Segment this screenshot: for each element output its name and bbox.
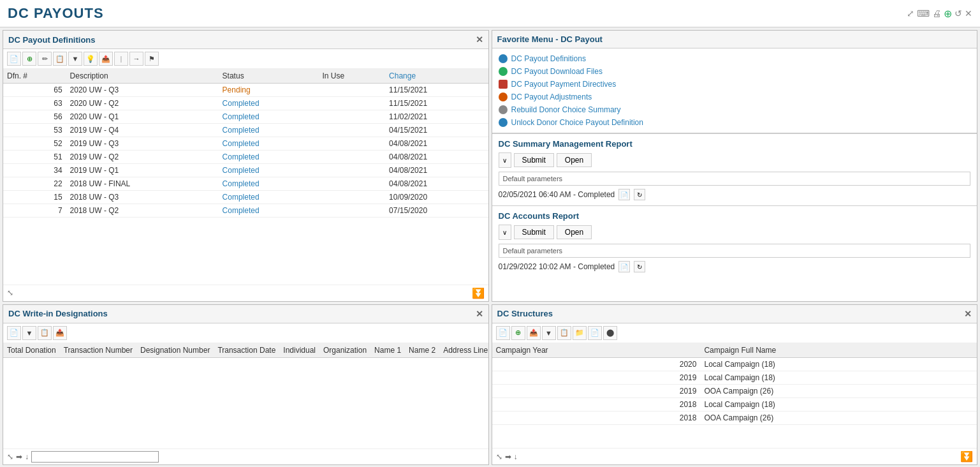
structures-arrow-icon[interactable]: ➡ [505,452,511,461]
summary-copy-icon[interactable]: 📄 [618,189,630,200]
summary-submit-btn[interactable]: Submit [514,153,554,167]
accounts-submit-btn[interactable]: Submit [514,225,554,239]
structures-filter-btn[interactable]: ▼ [542,326,556,340]
cell-dfn: 56 [3,110,66,124]
menu-item-5[interactable]: Unlock Donor Choice Payout Definition [499,116,971,129]
cell-status: Completed [219,151,319,164]
cell-year: 2019 [492,371,701,384]
table-row[interactable]: 53 2019 UW - Q4 Completed 04/15/2021 [3,124,488,137]
writeins-filter-btn[interactable]: ▼ [22,326,36,340]
structures-scroll-btn[interactable]: ⏬ [960,450,973,463]
accounts-dropdown-btn[interactable]: ∨ [499,225,511,240]
menu-label-3: DC Payout Adjustments [511,93,592,101]
menu-item-2[interactable]: DC Payout Payment Directives [499,78,971,91]
add-circle-icon[interactable]: ⊕ [944,8,952,20]
structures-down-icon[interactable]: ↓ [514,452,518,461]
export-btn[interactable]: 📤 [99,52,113,66]
menu-item-3[interactable]: DC Payout Adjustments [499,91,971,103]
summary-report-section: DC Summary Management Report ∨ Submit Op… [492,133,977,205]
structures-export-btn[interactable]: 📤 [527,326,541,340]
table-row[interactable]: 22 2018 UW - FINAL Completed 04/08/2021 [3,177,488,191]
accounts-open-btn[interactable]: Open [557,225,592,239]
table-row[interactable]: 56 2020 UW - Q1 Completed 11/02/2021 [3,110,488,124]
table-row[interactable]: 63 2020 UW - Q2 Completed 11/15/2021 [3,97,488,110]
cell-dfn: 52 [3,137,66,151]
writeins-copy-btn[interactable]: 📋 [38,326,52,340]
table-row[interactable]: 15 2018 UW - Q3 Completed 10/09/2020 [3,191,488,204]
cell-status: Completed [219,191,319,204]
writeins-new-btn[interactable]: 📄 [7,326,21,340]
structures-close[interactable]: ✕ [964,309,972,319]
structures-folder-btn[interactable]: 📁 [573,326,587,340]
structures-circle-btn[interactable]: ⬤ [603,326,617,340]
copy-btn[interactable]: 📋 [53,52,67,66]
scroll-down-btn[interactable]: ⏬ [472,287,485,299]
expand-footer-icon[interactable]: ⤡ [7,288,13,297]
structures-expand-icon[interactable]: ⤡ [496,452,502,461]
table-row[interactable]: 52 2019 UW - Q3 Completed 04/08/2021 [3,137,488,151]
writeins-filter-input[interactable] [31,451,159,463]
print-icon[interactable]: 🖨 [932,8,941,19]
new-btn[interactable]: 📄 [7,52,21,66]
cell-year: 2019 [492,384,701,397]
structures-toolbar: 📄 ⊕ 📤 ▼ 📋 📁 📄 ⬤ [492,323,977,343]
cell-inuse [318,204,385,218]
structures-new-btn[interactable]: 📄 [496,326,510,340]
summary-status: 02/05/2021 06:40 AM - Completed 📄 ↻ [499,189,971,200]
menu-icon-1 [499,67,508,76]
summary-refresh-icon[interactable]: ↻ [634,189,645,200]
payout-definitions-close[interactable]: ✕ [476,34,483,45]
edit-btn[interactable]: ✏ [38,52,52,66]
expand-icon[interactable]: ⤢ [907,8,914,19]
menu-item-0[interactable]: DC Payout Definitions [499,52,971,65]
arrow-right-btn[interactable]: → [129,52,143,66]
structures-add-btn[interactable]: ⊕ [511,326,525,340]
accounts-report-section: DC Accounts Report ∨ Submit Open Default… [492,205,977,278]
menu-label-0: DC Payout Definitions [511,54,586,63]
keyboard-icon[interactable]: ⌨ [917,8,930,19]
writeins-panel: DC Write-in Designations ✕ 📄 ▼ 📋 📤 ↻ Tot… [3,304,489,466]
flag-btn[interactable]: ⚑ [145,52,159,66]
writeins-close[interactable]: ✕ [476,309,483,319]
table-row[interactable]: 2019 Local Campaign (18) [492,371,977,384]
close-header-icon[interactable]: ✕ [965,8,972,19]
writeins-arrow-icon[interactable]: ➡ [16,452,22,461]
accounts-copy-icon[interactable]: 📄 [618,261,630,272]
col-change[interactable]: Change [385,69,488,84]
col-dfn: Dfn. # [3,69,66,84]
cell-dfn: 53 [3,124,66,137]
writeins-table-container: ↻ Total Donation Transaction Number Desi… [3,343,488,449]
sync-icon[interactable]: ↺ [954,8,962,19]
table-row[interactable]: 7 2018 UW - Q2 Completed 07/15/2020 [3,204,488,218]
cell-name: Local Campaign (18) [700,397,977,411]
summary-open-btn[interactable]: Open [557,153,592,167]
writeins-expand-icon[interactable]: ⤡ [7,452,13,461]
bulb-btn[interactable]: 💡 [84,52,98,66]
table-row[interactable]: 34 2019 UW - Q1 Completed 04/08/2021 [3,164,488,177]
cell-change: 10/09/2020 [385,191,488,204]
writeins-export-btn[interactable]: 📤 [53,326,67,340]
cell-description: 2019 UW - Q2 [66,151,219,164]
structures-copy-btn[interactable]: 📋 [557,326,571,340]
cell-description: 2018 UW - Q3 [66,191,219,204]
table-row[interactable]: 2018 OOA Campaign (26) [492,411,977,424]
separator-btn[interactable]: | [114,52,128,66]
cell-change: 04/08/2021 [385,164,488,177]
menu-item-4[interactable]: Rebuild Donor Choice Summary [499,103,971,116]
cell-change: 04/08/2021 [385,137,488,151]
summary-dropdown-btn[interactable]: ∨ [499,152,511,168]
accounts-refresh-icon[interactable]: ↻ [634,261,645,272]
add-green-btn[interactable]: ⊕ [22,52,36,66]
table-row[interactable]: 51 2019 UW - Q2 Completed 04/08/2021 [3,151,488,164]
cell-year: 2020 [492,357,701,371]
structures-doc-btn[interactable]: 📄 [588,326,602,340]
structures-table: Campaign Year Campaign Full Name 2020 Lo… [492,343,977,425]
filter-btn[interactable]: ▼ [68,52,82,66]
writeins-down-icon[interactable]: ↓ [25,452,29,461]
table-row[interactable]: 2019 OOA Campaign (26) [492,384,977,397]
table-row[interactable]: 65 2020 UW - Q3 Pending 11/15/2021 [3,84,488,97]
table-row[interactable]: 2018 Local Campaign (18) [492,397,977,411]
table-row[interactable]: 2020 Local Campaign (18) [492,357,977,371]
cell-description: 2020 UW - Q2 [66,97,219,110]
menu-item-1[interactable]: DC Payout Download Files [499,65,971,78]
